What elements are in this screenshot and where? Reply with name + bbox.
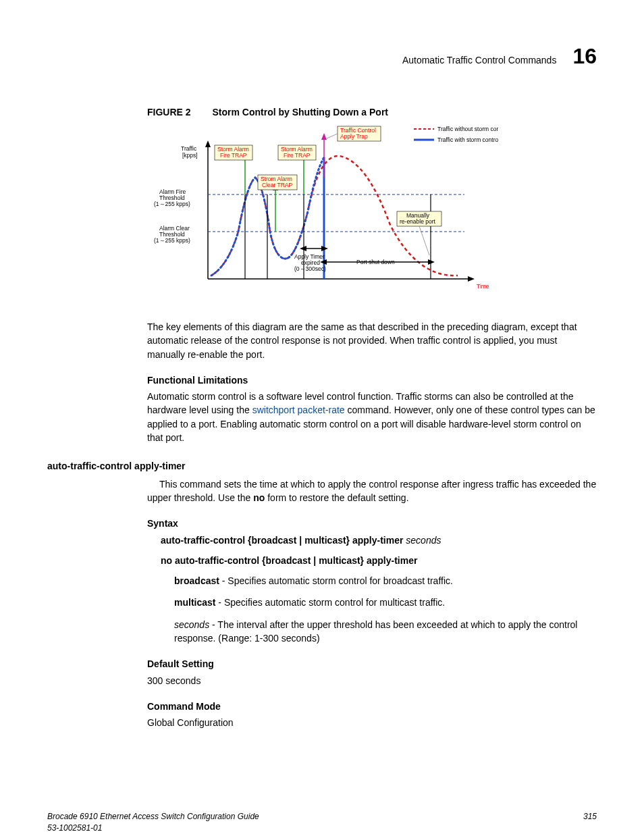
syntax-line-2: no auto-traffic-control {broadcast | mul…	[161, 554, 597, 567]
param-multicast-term: multicast	[174, 597, 215, 608]
svg-text:Clear TRAP: Clear TRAP	[262, 182, 293, 188]
param-seconds-term: seconds	[174, 619, 209, 630]
cmd-desc-no: no	[253, 492, 265, 503]
storm-control-diagram: Time Traffic wit	[147, 124, 498, 306]
param-multicast-desc: - Specifies automatic storm control for …	[215, 597, 445, 608]
figure-diagram: Time Traffic wit	[147, 124, 597, 309]
legend-without: Traffic without storm control	[437, 126, 498, 132]
param-broadcast-desc: - Specifies automatic storm control for …	[219, 575, 453, 586]
paragraph-key-elements: The key elements of this diagram are the…	[147, 320, 597, 361]
command-heading: auto-traffic-control apply-timer	[47, 459, 597, 473]
command-mode-heading: Command Mode	[147, 700, 597, 713]
header-title: Automatic Traffic Control Commands	[402, 53, 557, 67]
svg-text:Fire TRAP: Fire TRAP	[220, 152, 247, 159]
svg-marker-18	[321, 133, 327, 140]
param-multicast: multicast - Specifies automatic storm co…	[174, 596, 597, 609]
figure-caption: FIGURE 2 Storm Control by Shutting Down …	[147, 105, 597, 119]
svg-text:Traffic: Traffic	[181, 145, 197, 152]
legend-with: Traffic with storm control	[437, 136, 498, 143]
figure-title: Storm Control by Shutting Down a Port	[212, 107, 388, 118]
svg-text:(0～300sec): (0～300sec)	[294, 265, 326, 272]
param-broadcast: broadcast - Specifies automatic storm co…	[174, 574, 597, 588]
svg-text:(1～255 kpps): (1～255 kpps)	[154, 237, 190, 244]
chapter-number: 16	[572, 41, 597, 72]
syntax1-bold: auto-traffic-control {broadcast | multic…	[161, 535, 403, 546]
svg-text:Apply Trap: Apply Trap	[340, 133, 368, 140]
svg-text:Fire TRAP: Fire TRAP	[284, 152, 311, 159]
cmd-desc-post: form to restore the default setting.	[265, 492, 408, 503]
syntax-line-1: auto-traffic-control {broadcast | multic…	[161, 533, 597, 547]
page-header: Automatic Traffic Control Commands 16	[47, 41, 597, 72]
command-mode-text: Global Configuration	[147, 716, 597, 729]
syntax-heading: Syntax	[147, 517, 597, 530]
switchport-packet-rate-link[interactable]: switchport packet-rate	[252, 405, 345, 415]
functional-limitations-heading: Functional Limitations	[147, 373, 597, 387]
syntax1-italic: seconds	[406, 535, 441, 546]
svg-text:[kpps]: [kpps]	[182, 152, 198, 159]
param-seconds-desc: - The interval after the upper threshold…	[174, 619, 577, 644]
page-footer: Brocade 6910 Ethernet Access Switch Conf…	[47, 811, 597, 834]
default-setting-text: 300 seconds	[147, 674, 597, 687]
param-broadcast-term: broadcast	[174, 575, 219, 586]
svg-marker-1	[205, 140, 211, 147]
svg-marker-20	[300, 246, 306, 251]
footer-doc-number: 53-1002581-01	[47, 823, 259, 834]
axis-time-label: Time	[477, 283, 489, 290]
param-seconds: seconds - The interval after the upper t…	[174, 618, 597, 646]
svg-text:(1～255 kpps): (1～255 kpps)	[154, 201, 190, 207]
svg-marker-24	[428, 259, 435, 265]
port-shutdown-label: Port shut down	[356, 259, 395, 265]
svg-marker-3	[468, 276, 475, 282]
functional-limitations-text: Automatic storm control is a software le…	[147, 390, 597, 444]
svg-line-43	[419, 226, 429, 255]
footer-page-number: 315	[583, 811, 597, 834]
default-setting-heading: Default Setting	[147, 657, 597, 671]
footer-guide-title: Brocade 6910 Ethernet Access Switch Conf…	[47, 811, 259, 823]
footer-left: Brocade 6910 Ethernet Access Switch Conf…	[47, 811, 259, 834]
command-description: This command sets the time at which to a…	[147, 477, 597, 505]
figure-label: FIGURE 2	[147, 107, 191, 118]
svg-line-30	[327, 134, 338, 138]
svg-text:re-enable port: re-enable port	[400, 218, 436, 225]
